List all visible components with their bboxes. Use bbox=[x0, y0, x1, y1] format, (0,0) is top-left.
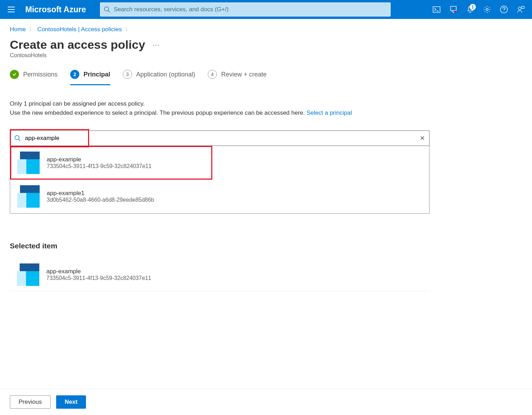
result-name: app-example bbox=[47, 156, 152, 163]
notification-badge: 1 bbox=[470, 4, 476, 10]
more-actions-button[interactable]: ⋯ bbox=[152, 41, 160, 49]
global-search[interactable] bbox=[100, 2, 391, 16]
next-button[interactable]: Next bbox=[56, 395, 86, 409]
step-number-badge: 2 bbox=[70, 70, 79, 79]
search-icon bbox=[14, 135, 21, 141]
notifications-button[interactable]: 1 bbox=[463, 2, 477, 16]
step-number-badge: 4 bbox=[208, 70, 217, 79]
global-search-input[interactable] bbox=[114, 6, 387, 13]
selected-name: app-example bbox=[46, 268, 151, 275]
selected-id: 733504c5-3911-4f13-9c59-32c824037e11 bbox=[46, 275, 151, 281]
page-title: Create an access policy bbox=[10, 38, 145, 52]
svg-point-9 bbox=[15, 135, 19, 140]
svg-rect-8 bbox=[521, 6, 524, 8]
app-registration-icon bbox=[17, 152, 40, 174]
step-label: Review + create bbox=[221, 71, 267, 78]
select-principal-link[interactable]: Select a principal bbox=[307, 109, 352, 116]
step-permissions[interactable]: Permissions bbox=[10, 70, 58, 85]
step-principal[interactable]: 2 Principal bbox=[70, 70, 110, 85]
search-result-item[interactable]: app-example1 3d0b5462-50a8-4660-a6d8-29e… bbox=[10, 180, 429, 213]
wizard-steps: Permissions 2 Principal 3 Application (o… bbox=[0, 59, 532, 85]
step-application[interactable]: 3 Application (optional) bbox=[123, 70, 195, 85]
previous-button[interactable]: Previous bbox=[10, 395, 51, 409]
page-subtitle: ContosoHotels bbox=[0, 52, 532, 59]
brand-label: Microsoft Azure bbox=[25, 5, 86, 14]
selected-item-heading: Selected item bbox=[10, 242, 522, 250]
breadcrumb: Home 〉 ContosoHotels | Access policies 〉 bbox=[0, 19, 532, 35]
filter-icon bbox=[450, 6, 457, 13]
svg-point-5 bbox=[486, 8, 488, 11]
breadcrumb-home[interactable]: Home bbox=[10, 26, 26, 33]
result-id: 3d0b5462-50a8-4660-a6d8-29eede85d86b bbox=[47, 197, 154, 203]
principal-search-input[interactable] bbox=[25, 135, 420, 142]
hamburger-icon bbox=[8, 7, 15, 12]
step-label: Application (optional) bbox=[136, 71, 195, 78]
check-icon bbox=[10, 70, 19, 79]
person-feedback-icon bbox=[517, 6, 525, 13]
clear-search-button[interactable]: ✕ bbox=[420, 134, 425, 142]
cloud-shell-icon bbox=[433, 6, 440, 13]
feedback-button[interactable] bbox=[514, 2, 528, 16]
search-icon bbox=[104, 6, 110, 13]
svg-point-4 bbox=[454, 11, 456, 13]
breadcrumb-access-policies[interactable]: ContosoHotels | Access policies bbox=[37, 26, 122, 33]
search-result-item[interactable]: app-example 733504c5-3911-4f13-9c59-32c8… bbox=[10, 146, 429, 180]
svg-line-10 bbox=[19, 139, 20, 141]
svg-point-7 bbox=[518, 7, 521, 10]
top-bar: Microsoft Azure 1 bbox=[0, 0, 532, 19]
app-registration-icon bbox=[17, 263, 39, 286]
step-review[interactable]: 4 Review + create bbox=[208, 70, 267, 85]
step-label: Principal bbox=[84, 71, 110, 78]
directory-filter-button[interactable] bbox=[446, 2, 460, 16]
app-registration-icon bbox=[17, 185, 40, 208]
chevron-right-icon: 〉 bbox=[125, 26, 130, 33]
cloud-shell-button[interactable] bbox=[430, 2, 444, 16]
hamburger-menu-button[interactable] bbox=[4, 2, 18, 16]
search-results: app-example 733504c5-3911-4f13-9c59-32c8… bbox=[10, 146, 430, 214]
selected-item-row[interactable]: app-example 733504c5-3911-4f13-9c59-32c8… bbox=[10, 259, 430, 291]
principal-search-box[interactable]: ✕ bbox=[10, 130, 430, 146]
help-icon bbox=[500, 6, 508, 13]
step-label: Permissions bbox=[23, 71, 58, 78]
result-name: app-example1 bbox=[47, 190, 154, 197]
svg-rect-2 bbox=[433, 7, 440, 12]
step-number-badge: 3 bbox=[123, 70, 132, 79]
result-id: 733504c5-3911-4f13-9c59-32c824037e11 bbox=[47, 163, 152, 169]
info-text-line2: Use the new embedded experience to selec… bbox=[10, 108, 522, 118]
chevron-right-icon: 〉 bbox=[29, 26, 34, 33]
svg-line-1 bbox=[108, 11, 110, 12]
svg-rect-3 bbox=[451, 6, 456, 11]
info-text-line1: Only 1 principal can be assigned per acc… bbox=[10, 99, 522, 108]
wizard-footer: Previous Next bbox=[0, 389, 532, 415]
help-button[interactable] bbox=[497, 2, 511, 16]
settings-button[interactable] bbox=[480, 2, 494, 16]
svg-point-0 bbox=[104, 7, 108, 11]
gear-icon bbox=[483, 6, 491, 13]
